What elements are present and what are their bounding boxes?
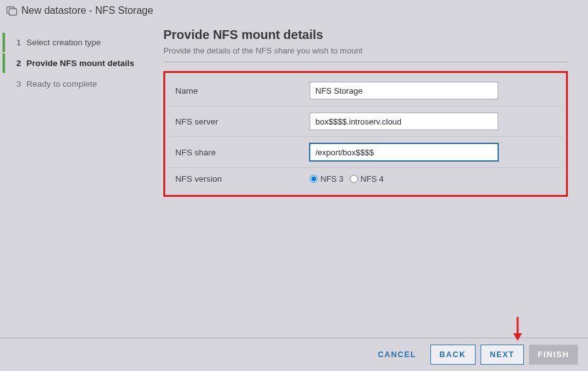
label-nfs-version: NFS version: [172, 174, 310, 184]
radio-nfs3-label[interactable]: NFS 3: [310, 174, 344, 184]
wizard-content: 1 Select creation type 2 Provide NFS mou…: [0, 21, 588, 338]
step-label: Select creation type: [26, 38, 101, 47]
cancel-button[interactable]: CANCEL: [369, 345, 425, 365]
label-nfs-server: NFS server: [172, 117, 310, 126]
label-nfs-share: NFS share: [172, 148, 310, 157]
row-nfs-version: NFS version NFS 3 NFS 4: [169, 168, 562, 190]
step-provide-nfs-details[interactable]: 2 Provide NFS mount details: [3, 53, 157, 73]
wizard-footer: CANCEL BACK NEXT FINISH: [0, 338, 588, 371]
step-ready-to-complete[interactable]: 3 Ready to complete: [3, 74, 157, 94]
input-nfs-share[interactable]: [310, 143, 498, 161]
dialog-title-bar: New datastore - NFS Storage: [0, 0, 588, 21]
row-nfs-share: NFS share: [169, 137, 562, 168]
nfs-form-highlighted: Name NFS server NFS share: [163, 71, 568, 197]
datastore-icon: [6, 5, 18, 16]
wizard-dialog: New datastore - NFS Storage 1 Select cre…: [0, 0, 588, 371]
step-select-creation-type[interactable]: 1 Select creation type: [3, 33, 157, 52]
label-name: Name: [172, 86, 310, 96]
finish-button: FINISH: [529, 345, 578, 365]
wizard-steps-sidebar: 1 Select creation type 2 Provide NFS mou…: [0, 21, 157, 338]
next-button[interactable]: NEXT: [481, 345, 524, 365]
radio-nfs4-label[interactable]: NFS 4: [350, 174, 384, 184]
back-button[interactable]: BACK: [430, 345, 476, 365]
step-label: Ready to complete: [26, 79, 97, 89]
svg-rect-1: [9, 9, 17, 15]
page-title: Provide NFS mount details: [163, 28, 568, 42]
step-label: Provide NFS mount details: [26, 58, 134, 68]
row-nfs-server: NFS server: [169, 106, 562, 137]
input-nfs-server[interactable]: [310, 113, 498, 130]
radio-nfs3[interactable]: [310, 175, 318, 183]
page-subtitle: Provide the details of the NFS share you…: [163, 46, 568, 62]
dialog-title: New datastore - NFS Storage: [21, 5, 153, 16]
wizard-main-panel: Provide NFS mount details Provide the de…: [157, 21, 582, 338]
input-name[interactable]: [310, 82, 498, 99]
row-name: Name: [169, 75, 562, 106]
radio-nfs4[interactable]: [350, 175, 358, 183]
